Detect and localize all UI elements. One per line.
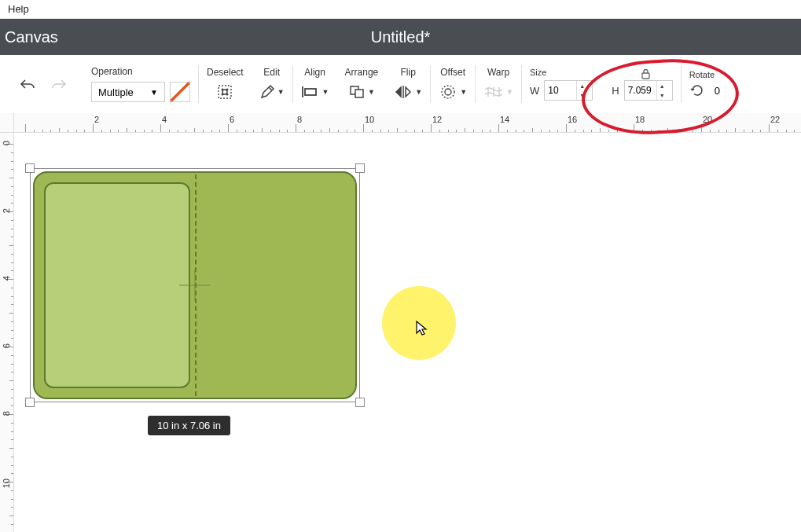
- flip-label: Flip: [401, 67, 416, 78]
- resize-handle-tl[interactable]: [25, 163, 35, 173]
- chevron-down-icon: ▼: [322, 88, 329, 96]
- svg-rect-13: [642, 73, 649, 79]
- svg-rect-9: [355, 90, 363, 97]
- chevron-down-icon: ▼: [460, 88, 467, 96]
- resize-handle-tr[interactable]: [355, 163, 365, 173]
- height-down[interactable]: ▼: [657, 90, 667, 100]
- cursor-icon: [415, 320, 429, 337]
- deselect-label: Deselect: [207, 67, 244, 78]
- align-label: Align: [304, 67, 325, 78]
- svg-point-12: [442, 86, 454, 98]
- lock-icon[interactable]: [641, 68, 651, 79]
- svg-rect-7: [305, 89, 316, 95]
- ruler-vertical: 0246810: [0, 133, 14, 532]
- chevron-down-icon: ▼: [415, 88, 422, 96]
- rotate-icon[interactable]: [689, 83, 705, 98]
- height-label: H: [612, 85, 619, 97]
- stroke-color-swatch[interactable]: [170, 82, 190, 102]
- title-bar: Canvas Untitled*: [0, 19, 801, 55]
- width-label: W: [530, 85, 539, 97]
- height-input[interactable]: ▲▼: [624, 80, 673, 101]
- resize-handle-bl[interactable]: [25, 398, 35, 407]
- svg-rect-0: [219, 86, 231, 98]
- menu-help[interactable]: Help: [8, 3, 29, 15]
- rotate-label: Rotate: [689, 70, 715, 79]
- selection-dimensions: 10 in x 7.06 in: [148, 416, 230, 435]
- align-button[interactable]: ▼: [301, 83, 329, 101]
- height-up[interactable]: ▲: [657, 81, 667, 90]
- offset-button[interactable]: ▼: [439, 83, 467, 101]
- operation-label: Operation: [91, 66, 133, 77]
- edit-label: Edit: [263, 67, 280, 78]
- width-input[interactable]: ▲▼: [544, 80, 593, 101]
- svg-point-2: [222, 89, 224, 90]
- width-field[interactable]: [545, 85, 576, 96]
- warp-label: Warp: [487, 67, 509, 78]
- canvas-area[interactable]: 10 in x 7.06 in: [14, 133, 801, 532]
- arrange-button[interactable]: ▼: [348, 83, 375, 101]
- svg-point-3: [227, 89, 229, 90]
- flip-button[interactable]: ▼: [394, 83, 422, 101]
- rotate-value: 0: [715, 85, 720, 97]
- operation-value: Multiple: [98, 86, 134, 98]
- arrange-label: Arrange: [345, 67, 379, 78]
- undo-button[interactable]: [19, 75, 36, 93]
- selection-box[interactable]: [25, 163, 365, 407]
- operation-dropdown[interactable]: Multiple ▼: [91, 82, 165, 102]
- ruler-horizontal: 246810121416182022: [14, 113, 801, 133]
- chevron-down-icon: ▼: [368, 88, 375, 96]
- chevron-down-icon: ▼: [277, 88, 285, 96]
- edit-button[interactable]: ▼: [259, 83, 285, 101]
- height-field[interactable]: [625, 85, 656, 96]
- chevron-down-icon: ▼: [150, 88, 158, 97]
- ruler-corner: [0, 113, 14, 133]
- deselect-button[interactable]: [216, 83, 233, 101]
- size-label: Size: [530, 68, 546, 77]
- toolbar: Operation Multiple ▼ Deselect Edit ▼ Ali…: [0, 55, 801, 113]
- project-title: Untitled*: [371, 28, 431, 46]
- selection-border: [30, 168, 360, 402]
- canvas-title: Canvas: [5, 28, 58, 46]
- warp-button: ▼: [483, 83, 513, 101]
- redo-button[interactable]: [50, 75, 68, 93]
- resize-handle-br[interactable]: [355, 398, 365, 407]
- chevron-down-icon: ▼: [506, 88, 513, 96]
- width-down[interactable]: ▼: [577, 90, 587, 100]
- svg-point-5: [227, 94, 229, 95]
- svg-point-11: [445, 89, 451, 95]
- offset-label: Offset: [440, 67, 465, 78]
- svg-point-4: [222, 94, 224, 95]
- width-up[interactable]: ▲: [577, 81, 587, 90]
